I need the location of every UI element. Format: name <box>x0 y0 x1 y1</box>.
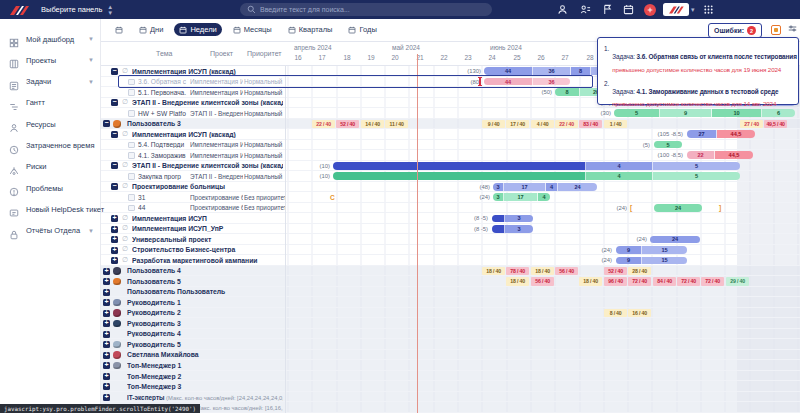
expand-toggle-icon[interactable]: + <box>103 352 110 359</box>
scale-button-годы[interactable]: Годы <box>343 23 381 36</box>
scale-button-дни[interactable]: Дни <box>134 23 168 36</box>
sidebar-item-3[interactable]: Задачи▼ <box>0 73 101 91</box>
gantt-bar[interactable]: 4436 <box>484 78 570 86</box>
expand-toggle-icon[interactable]: + <box>103 289 110 296</box>
expand-toggle-icon[interactable]: + <box>103 268 110 275</box>
gantt-bar[interactable]: 3174 <box>493 193 550 201</box>
table-row[interactable]: +∅Универсальный проект(24)24 <box>101 234 800 245</box>
gantt-bar[interactable]: 59106 <box>614 109 795 117</box>
table-row[interactable]: +Пользователь 518 / 4056 / 4018 / 4096 /… <box>101 276 800 287</box>
global-search[interactable] <box>240 3 492 16</box>
brand-logo-icon[interactable] <box>8 3 30 16</box>
panel-select-dropdown[interactable]: Выберите панель ▲▼ <box>36 2 118 17</box>
table-row[interactable]: +Руководитель 28 / 4016 / 40 <box>101 308 800 319</box>
errors-button[interactable]: Ошибки: 2 <box>708 23 762 38</box>
table-row[interactable]: +∅Имплементация ИСУП(8 -5)3 <box>101 213 800 224</box>
expand-toggle-icon[interactable]: + <box>111 226 118 233</box>
table-row[interactable]: +Топ-Менеджер 1 <box>101 360 800 371</box>
expand-toggle-icon[interactable]: + <box>103 373 110 380</box>
expand-toggle-icon[interactable]: + <box>103 278 110 285</box>
gantt-bar[interactable]: 5 <box>654 141 682 149</box>
table-row[interactable]: +Руководитель 4 <box>101 329 800 340</box>
table-row[interactable]: 4.1. ЗамораживИмплементация ИСУНормальны… <box>101 150 800 161</box>
sidebar-item-2[interactable]: Проекты▼ <box>0 51 101 69</box>
expand-toggle-icon[interactable]: + <box>103 310 110 317</box>
table-row[interactable]: +Руководитель 5 <box>101 339 800 350</box>
scale-button-месяцы[interactable]: Месяцы <box>228 23 277 36</box>
gantt-bar[interactable]: 915 <box>616 257 687 265</box>
calendar-view-icon-button[interactable] <box>110 24 128 36</box>
error-item[interactable]: 2. Задача: 4.1. Замораживание данных в т… <box>604 80 792 108</box>
table-row[interactable]: +Руководитель 3 <box>101 318 800 329</box>
expand-toggle-icon[interactable]: + <box>111 247 118 254</box>
sidebar-item-1[interactable]: Мой дашборд▼ <box>0 30 101 48</box>
expand-toggle-icon[interactable]: + <box>111 257 118 264</box>
assignee-list-icon[interactable] <box>579 4 591 16</box>
gantt-bar[interactable]: 2244,5 <box>687 151 753 159</box>
table-row[interactable]: −Пользователь 322 / 4052 / 4014 / 4011 /… <box>101 119 800 130</box>
gantt-bar[interactable]: 317424 <box>493 183 597 191</box>
apps-grid-icon[interactable] <box>702 4 714 16</box>
table-row[interactable]: +IT-эксперты (Макс. кол-во часов/дней: [… <box>101 392 800 403</box>
problem-finder-icon[interactable] <box>771 25 781 35</box>
gantt-bar[interactable]: 45 <box>333 172 740 180</box>
table-row[interactable]: 31Проектирование больБез приоритета(24)3… <box>101 192 800 203</box>
collapse-toggle-icon[interactable]: − <box>111 183 118 190</box>
table-row[interactable]: 44Проектирование больБез приоритета(24)2… <box>101 203 800 214</box>
table-row[interactable]: +Топ-Менеджер 2 <box>101 371 800 382</box>
table-row[interactable]: −∅Имплементация ИСУП (каскад)(105 -8.5)2… <box>101 129 800 140</box>
sidebar-item-9[interactable]: Новый HelpDesk тикет <box>0 200 101 218</box>
expand-toggle-icon[interactable]: + <box>103 394 110 401</box>
gantt-bar[interactable]: 24 <box>650 236 700 244</box>
sidebar-item-4[interactable]: Гантт <box>0 94 101 112</box>
table-row[interactable]: +Руководитель 1 <box>101 297 800 308</box>
expand-toggle-icon[interactable]: + <box>103 383 110 390</box>
expand-toggle-icon[interactable]: + <box>111 236 118 243</box>
sidebar-item-6[interactable]: Затраченное время <box>0 137 101 155</box>
table-row[interactable]: HW + SW PlatfoЭТАП II - Внедрение »Норма… <box>101 108 800 119</box>
collapse-toggle-icon[interactable]: − <box>111 68 118 75</box>
table-row[interactable]: +∅Имплементация ИСУП_УпР(8 -5)3 <box>101 224 800 235</box>
expand-toggle-icon[interactable]: + <box>103 362 110 369</box>
profile-icon[interactable] <box>556 4 568 16</box>
gantt-bar[interactable]: 915 <box>616 246 687 254</box>
gantt-bar[interactable]: 3 <box>492 215 533 223</box>
account-logo[interactable] <box>663 3 689 16</box>
expand-toggle-icon[interactable]: + <box>111 215 118 222</box>
table-row[interactable]: 5.4. ПодтвердиИмплементация ИСУНормальны… <box>101 140 800 151</box>
collapse-toggle-icon[interactable]: − <box>111 131 118 138</box>
gantt-bar[interactable]: 3 <box>492 225 533 233</box>
table-row[interactable]: +Пользователь Пользователь <box>101 287 800 298</box>
column-header-project[interactable]: Проект <box>210 50 233 57</box>
calendar-icon[interactable] <box>622 4 634 16</box>
search-input[interactable] <box>260 6 485 13</box>
expand-toggle-icon[interactable]: + <box>103 299 110 306</box>
table-row[interactable]: +∅Разработка маркетинговой кампании(24)9… <box>101 255 800 266</box>
error-item[interactable]: 1. Задача: 3.6. Обратная связь от клиент… <box>604 45 792 73</box>
chevron-down-icon[interactable]: ▾ <box>691 6 695 14</box>
column-header-priority[interactable]: Приоритет <box>247 50 282 57</box>
scale-button-недели[interactable]: Недели <box>174 23 221 36</box>
expand-toggle-icon[interactable]: + <box>103 341 110 348</box>
column-header-theme[interactable]: Тема <box>156 50 172 57</box>
collapse-toggle-icon[interactable]: − <box>103 120 110 127</box>
expand-toggle-icon[interactable]: + <box>103 331 110 338</box>
add-icon[interactable] <box>644 4 656 16</box>
table-row[interactable]: +Команда разработки (Макс. кол-во часов/… <box>101 402 800 413</box>
sidebar-item-5[interactable]: Ресурсы <box>0 115 101 133</box>
table-row[interactable]: +Пользователь 418 / 4078 / 4018 / 4056 /… <box>101 266 800 277</box>
table-row[interactable]: −∅Проектирование больницы(48)317424 <box>101 182 800 193</box>
collapse-toggle-icon[interactable]: − <box>111 162 118 169</box>
table-row[interactable]: +Светлана Михайлова <box>101 350 800 361</box>
table-chart-splitter[interactable] <box>285 66 286 413</box>
table-row[interactable]: −∅ЭТАП II - Внедрение клиентской зоны (к… <box>101 161 800 172</box>
sidebar-item-7[interactable]: Риски <box>0 158 101 176</box>
table-row[interactable]: +∅Строительство Бизнес-центра(24)915 <box>101 245 800 256</box>
table-row[interactable]: Закупка прогрЭТАП II - Внедрение »Нормал… <box>101 171 800 182</box>
tools-button[interactable]: Инструменты <box>788 24 800 33</box>
sidebar-item-10[interactable]: Отчёты Отдела▼ <box>0 222 101 240</box>
scale-button-кварталы[interactable]: Кварталы <box>283 23 338 36</box>
sidebar-item-8[interactable]: Проблемы <box>0 179 101 197</box>
table-row[interactable]: +Топ-Менеджер 3 <box>101 381 800 392</box>
gantt-bar[interactable]: 24 <box>654 204 702 212</box>
